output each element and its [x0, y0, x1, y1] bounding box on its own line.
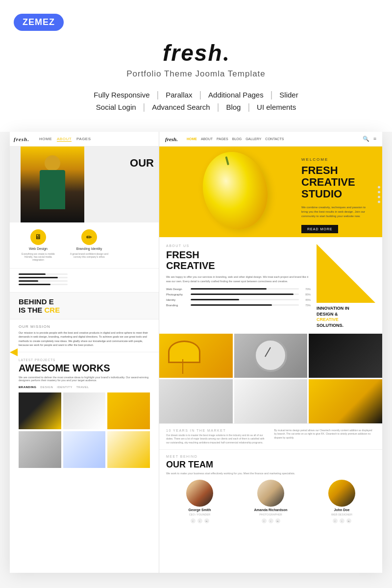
portfolio-thumb-6[interactable] — [309, 379, 382, 423]
menu-icon[interactable]: ≡ — [373, 136, 376, 142]
team-grid: George Smith CEO / FOUNDER f t in Amanda… — [166, 480, 375, 523]
right-nav-blog[interactable]: BLOG — [232, 137, 242, 141]
about-skill-bars: Web Design 70% Photography 95% Identity — [166, 288, 311, 307]
nav-dot-2[interactable] — [378, 186, 380, 188]
social-in-icon-2[interactable]: in — [275, 518, 280, 523]
skill-bar-identity: Identity 45% — [166, 298, 311, 301]
portfolio-thumb-3[interactable] — [309, 334, 382, 378]
about-left: ABOUT US FRESHCREATIVE We are happy to o… — [166, 244, 311, 329]
feature-fully-responsive: Fully Responsive — [87, 91, 156, 99]
feature-slider: Slider — [272, 91, 305, 99]
team-member-2: Amanda Richardson PHOTOGRAPHER f t in — [237, 480, 304, 523]
hero-cta-button[interactable]: READ MORE — [301, 225, 338, 233]
web-design-icon: 🖥 — [30, 229, 46, 245]
hero-welcome: WELCOME — [301, 157, 372, 162]
works-desc: We are committed to deliver the most cre… — [19, 376, 150, 382]
right-nav-about[interactable]: ABOUT — [201, 137, 213, 141]
right-nav-links: HOME ABOUT PAGES BLOG GALLERY CONTACTS — [187, 137, 284, 141]
social-in-icon-3[interactable]: in — [346, 518, 351, 523]
innovation-text: Innovation inDesign &CreativeSolutions. — [317, 306, 375, 329]
portfolio-thumb-2[interactable] — [234, 334, 308, 378]
bar-row — [19, 284, 150, 285]
ten-years-section: 10 Years In The Market Our dream studio … — [159, 423, 382, 450]
ten-years-right: By mutual terms design period allows our… — [274, 429, 376, 445]
social-fb-icon[interactable]: f — [191, 518, 196, 523]
hero-text-block: WELCOME FRESHCREATIVESTUDIO We combine c… — [301, 157, 372, 233]
left-logo: fresh. — [14, 136, 29, 142]
work-thumb-5[interactable] — [63, 431, 106, 468]
about-label: ABOUT US — [166, 244, 311, 247]
feature-ui-elements: UI elements — [250, 103, 303, 111]
right-nav-home[interactable]: HOME — [187, 137, 197, 141]
work-thumb-4[interactable] — [19, 431, 61, 468]
left-nav-links: HOME ABOUT PAGES — [39, 137, 91, 142]
social-tw-icon[interactable]: t — [197, 518, 202, 523]
team-member-3: John Doe WEB DESIGNER f t in — [308, 480, 375, 523]
right-portfolio — [159, 334, 382, 423]
member-name-1: George Smith — [189, 508, 211, 512]
right-nav-contacts[interactable]: CONTACTS — [265, 137, 284, 141]
left-nav-home[interactable]: HOME — [39, 137, 52, 142]
right-nav-gallery[interactable]: GALLERY — [245, 137, 261, 141]
member-socials-3: f t in — [333, 518, 351, 523]
feature-blog: Blog — [219, 103, 247, 111]
nav-dot-4[interactable] — [378, 196, 380, 198]
work-thumb-1[interactable] — [19, 392, 61, 429]
left-nav-about[interactable]: ABOUT — [57, 137, 72, 142]
member-role-3: WEB DESIGNER — [331, 513, 352, 516]
left-nav-pages[interactable]: PAGES — [76, 137, 91, 142]
tag-travel[interactable]: TRAVEL — [76, 386, 89, 389]
portfolio-thumb-4[interactable] — [159, 379, 233, 423]
member-avatar-2 — [257, 480, 284, 507]
nav-dot-5[interactable] — [378, 200, 380, 203]
work-thumb-2[interactable] — [63, 392, 106, 429]
branding-icon: ✏ — [81, 229, 97, 245]
ten-years-left-text: Our dream studio is to master the best i… — [166, 434, 268, 445]
features-row-2: Social Login | Advanced Search | Blog | … — [89, 102, 303, 112]
work-thumb-3[interactable] — [107, 392, 150, 429]
preview-wrapper: fresh. HOME ABOUT PAGES OUR 🖥 Web Design — [10, 132, 382, 573]
left-nav: fresh. HOME ABOUT PAGES — [10, 132, 159, 147]
works-label: LATEST PROJECTS — [19, 358, 150, 362]
right-nav-pages[interactable]: PAGES — [217, 137, 228, 141]
service-web-design: 🖥 Web Design Everything we create is mob… — [19, 229, 58, 261]
member-role-2: PHOTOGRAPHER — [259, 513, 282, 516]
left-services: 🖥 Web Design Everything we create is mob… — [10, 222, 159, 269]
social-fb-icon-3[interactable]: f — [333, 518, 338, 523]
social-in-icon[interactable]: in — [204, 518, 209, 523]
feature-social-login: Social Login — [89, 103, 143, 111]
portfolio-thumb-5[interactable] — [234, 379, 308, 423]
skill-bar-photo: Photography 95% — [166, 293, 311, 296]
about-title: FRESHCREATIVE — [166, 249, 311, 271]
bar-row — [19, 273, 150, 275]
left-behind-text: Behind eis the cre — [10, 293, 159, 319]
social-tw-icon-2[interactable]: t — [269, 518, 273, 523]
zemez-logo[interactable]: ZEMEZ — [14, 14, 64, 31]
member-socials-1: f t in — [191, 518, 209, 523]
tag-branding[interactable]: BRANDING — [19, 386, 36, 389]
skill-bar-web: Web Design 70% — [166, 288, 311, 291]
ten-years-label: 10 Years In The Market — [166, 429, 268, 432]
screenshots: fresh. HOME ABOUT PAGES OUR 🖥 Web Design — [10, 132, 382, 573]
nav-dot-1[interactable] — [378, 181, 380, 183]
lemon-image — [195, 147, 276, 237]
ten-years-right-text: By mutual terms design period allows our… — [274, 429, 376, 440]
portfolio-thumb-1[interactable] — [159, 334, 233, 378]
woman-figure — [21, 147, 84, 222]
team-member-1: George Smith CEO / FOUNDER f t in — [166, 480, 233, 523]
hero-body: We combine creativity, techniques and pa… — [301, 205, 372, 219]
features-row-1: Fully Responsive | Parallax | Additional… — [87, 90, 305, 100]
nav-dot-3[interactable] — [378, 191, 380, 193]
works-grid — [19, 392, 150, 468]
brand-title: fresh. — [163, 40, 229, 66]
member-name-2: Amanda Richardson — [254, 508, 287, 512]
tag-identity[interactable]: IDENTITY — [57, 386, 72, 389]
social-tw-icon-3[interactable]: t — [340, 518, 344, 523]
search-icon[interactable]: 🔍 — [363, 136, 369, 142]
social-fb-icon-2[interactable]: f — [262, 518, 267, 523]
subtitle: Portfolio Theme Joomla Template — [126, 69, 266, 79]
right-nav: fresh. HOME ABOUT PAGES BLOG GALLERY CON… — [159, 132, 382, 147]
tag-design[interactable]: DESIGN — [40, 386, 53, 389]
about-text: We are happy to offer you our services i… — [166, 275, 311, 284]
work-thumb-6[interactable] — [107, 431, 150, 468]
